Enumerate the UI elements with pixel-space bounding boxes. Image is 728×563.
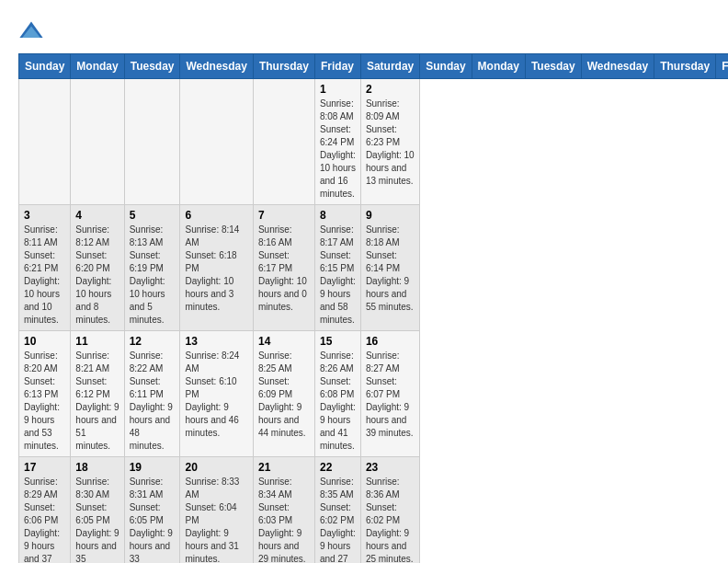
calendar-cell: 15Sunrise: 8:26 AMSunset: 6:08 PMDayligh…	[314, 331, 360, 457]
day-info: Sunrise: 8:09 AMSunset: 6:23 PMDaylight:…	[366, 98, 415, 188]
calendar-cell: 12Sunrise: 8:22 AMSunset: 6:11 PMDayligh…	[124, 331, 180, 457]
calendar-week-row: 3Sunrise: 8:11 AMSunset: 6:21 PMDaylight…	[19, 205, 729, 331]
day-info: Sunrise: 8:17 AMSunset: 6:15 PMDaylight:…	[320, 224, 356, 327]
day-info: Sunrise: 8:27 AMSunset: 6:07 PMDaylight:…	[366, 350, 415, 440]
calendar-cell: 7Sunrise: 8:16 AMSunset: 6:17 PMDaylight…	[253, 205, 314, 331]
calendar-cell: 3Sunrise: 8:11 AMSunset: 6:21 PMDaylight…	[19, 205, 71, 331]
col-header-thursday: Thursday	[654, 54, 716, 79]
day-info: Sunrise: 8:08 AMSunset: 6:24 PMDaylight:…	[320, 98, 356, 201]
calendar-cell	[71, 79, 124, 205]
calendar-cell: 18Sunrise: 8:30 AMSunset: 6:05 PMDayligh…	[71, 457, 124, 564]
day-info: Sunrise: 8:29 AMSunset: 6:06 PMDaylight:…	[24, 476, 65, 563]
calendar-cell	[180, 79, 253, 205]
header-friday: Friday	[314, 54, 360, 79]
day-number: 20	[185, 461, 247, 474]
day-info: Sunrise: 8:26 AMSunset: 6:08 PMDaylight:…	[320, 350, 356, 453]
day-info: Sunrise: 8:25 AMSunset: 6:09 PMDaylight:…	[258, 350, 310, 440]
day-info: Sunrise: 8:33 AMSunset: 6:04 PMDaylight:…	[185, 476, 247, 563]
day-number: 18	[75, 461, 119, 474]
logo-icon	[18, 18, 44, 44]
day-number: 16	[366, 335, 415, 348]
calendar-cell	[253, 79, 314, 205]
day-number: 14	[258, 335, 310, 348]
calendar-cell: 10Sunrise: 8:20 AMSunset: 6:13 PMDayligh…	[19, 331, 71, 457]
day-info: Sunrise: 8:14 AMSunset: 6:18 PMDaylight:…	[185, 224, 247, 314]
col-header-wednesday: Wednesday	[581, 54, 654, 79]
day-number: 21	[258, 461, 310, 474]
day-info: Sunrise: 8:13 AMSunset: 6:19 PMDaylight:…	[130, 224, 176, 327]
day-info: Sunrise: 8:16 AMSunset: 6:17 PMDaylight:…	[258, 224, 310, 314]
calendar-cell: 16Sunrise: 8:27 AMSunset: 6:07 PMDayligh…	[360, 331, 419, 457]
day-number: 17	[24, 461, 65, 474]
day-number: 9	[366, 209, 415, 222]
calendar-cell: 6Sunrise: 8:14 AMSunset: 6:18 PMDaylight…	[180, 205, 253, 331]
day-number: 8	[320, 209, 356, 222]
day-number: 7	[258, 209, 310, 222]
day-number: 12	[130, 335, 176, 348]
header-saturday: Saturday	[360, 54, 419, 79]
calendar-cell: 22Sunrise: 8:35 AMSunset: 6:02 PMDayligh…	[314, 457, 360, 564]
calendar-week-row: 17Sunrise: 8:29 AMSunset: 6:06 PMDayligh…	[19, 457, 729, 564]
day-number: 3	[24, 209, 65, 222]
calendar-header-row: SundayMondayTuesdayWednesdayThursdayFrid…	[19, 54, 729, 79]
day-info: Sunrise: 8:18 AMSunset: 6:14 PMDaylight:…	[366, 224, 415, 314]
calendar-cell: 8Sunrise: 8:17 AMSunset: 6:15 PMDaylight…	[314, 205, 360, 331]
col-header-sunday: Sunday	[420, 54, 472, 79]
day-number: 5	[130, 209, 176, 222]
day-info: Sunrise: 8:30 AMSunset: 6:05 PMDaylight:…	[75, 476, 119, 563]
calendar-cell: 1Sunrise: 8:08 AMSunset: 6:24 PMDaylight…	[314, 79, 360, 205]
day-info: Sunrise: 8:34 AMSunset: 6:03 PMDaylight:…	[258, 476, 310, 563]
logo	[18, 18, 48, 44]
day-number: 4	[75, 209, 119, 222]
col-header-tuesday: Tuesday	[525, 54, 581, 79]
header-monday: Monday	[71, 54, 124, 79]
calendar-cell: 19Sunrise: 8:31 AMSunset: 6:05 PMDayligh…	[124, 457, 180, 564]
calendar-cell: 20Sunrise: 8:33 AMSunset: 6:04 PMDayligh…	[180, 457, 253, 564]
calendar-cell: 2Sunrise: 8:09 AMSunset: 6:23 PMDaylight…	[360, 79, 419, 205]
col-header-monday: Monday	[472, 54, 525, 79]
calendar-cell: 21Sunrise: 8:34 AMSunset: 6:03 PMDayligh…	[253, 457, 314, 564]
col-header-friday: Friday	[716, 54, 728, 79]
calendar-cell: 5Sunrise: 8:13 AMSunset: 6:19 PMDaylight…	[124, 205, 180, 331]
day-info: Sunrise: 8:31 AMSunset: 6:05 PMDaylight:…	[130, 476, 176, 563]
day-info: Sunrise: 8:11 AMSunset: 6:21 PMDaylight:…	[24, 224, 65, 327]
calendar-cell: 23Sunrise: 8:36 AMSunset: 6:02 PMDayligh…	[360, 457, 419, 564]
day-number: 1	[320, 83, 356, 96]
day-number: 22	[320, 461, 356, 474]
calendar-cell: 14Sunrise: 8:25 AMSunset: 6:09 PMDayligh…	[253, 331, 314, 457]
day-number: 15	[320, 335, 356, 348]
header-tuesday: Tuesday	[124, 54, 180, 79]
header-sunday: Sunday	[19, 54, 71, 79]
header-thursday: Thursday	[253, 54, 314, 79]
calendar-cell: 4Sunrise: 8:12 AMSunset: 6:20 PMDaylight…	[71, 205, 124, 331]
day-info: Sunrise: 8:20 AMSunset: 6:13 PMDaylight:…	[24, 350, 65, 453]
day-info: Sunrise: 8:12 AMSunset: 6:20 PMDaylight:…	[75, 224, 119, 327]
day-info: Sunrise: 8:21 AMSunset: 6:12 PMDaylight:…	[75, 350, 119, 453]
calendar-cell: 11Sunrise: 8:21 AMSunset: 6:12 PMDayligh…	[71, 331, 124, 457]
calendar-cell: 9Sunrise: 8:18 AMSunset: 6:14 PMDaylight…	[360, 205, 419, 331]
day-number: 23	[366, 461, 415, 474]
day-info: Sunrise: 8:24 AMSunset: 6:10 PMDaylight:…	[185, 350, 247, 440]
day-info: Sunrise: 8:35 AMSunset: 6:02 PMDaylight:…	[320, 476, 356, 563]
calendar-cell	[19, 79, 71, 205]
calendar-cell: 17Sunrise: 8:29 AMSunset: 6:06 PMDayligh…	[19, 457, 71, 564]
header-wednesday: Wednesday	[180, 54, 253, 79]
day-number: 11	[75, 335, 119, 348]
calendar-cell	[124, 79, 180, 205]
day-info: Sunrise: 8:22 AMSunset: 6:11 PMDaylight:…	[130, 350, 176, 453]
day-number: 13	[185, 335, 247, 348]
calendar-week-row: 10Sunrise: 8:20 AMSunset: 6:13 PMDayligh…	[19, 331, 729, 457]
day-number: 2	[366, 83, 415, 96]
day-number: 10	[24, 335, 65, 348]
day-number: 19	[130, 461, 176, 474]
page-header	[18, 18, 710, 44]
day-info: Sunrise: 8:36 AMSunset: 6:02 PMDaylight:…	[366, 476, 415, 563]
calendar-week-row: 1Sunrise: 8:08 AMSunset: 6:24 PMDaylight…	[19, 79, 729, 205]
calendar-cell: 13Sunrise: 8:24 AMSunset: 6:10 PMDayligh…	[180, 331, 253, 457]
day-number: 6	[185, 209, 247, 222]
calendar-table: SundayMondayTuesdayWednesdayThursdayFrid…	[18, 53, 728, 563]
